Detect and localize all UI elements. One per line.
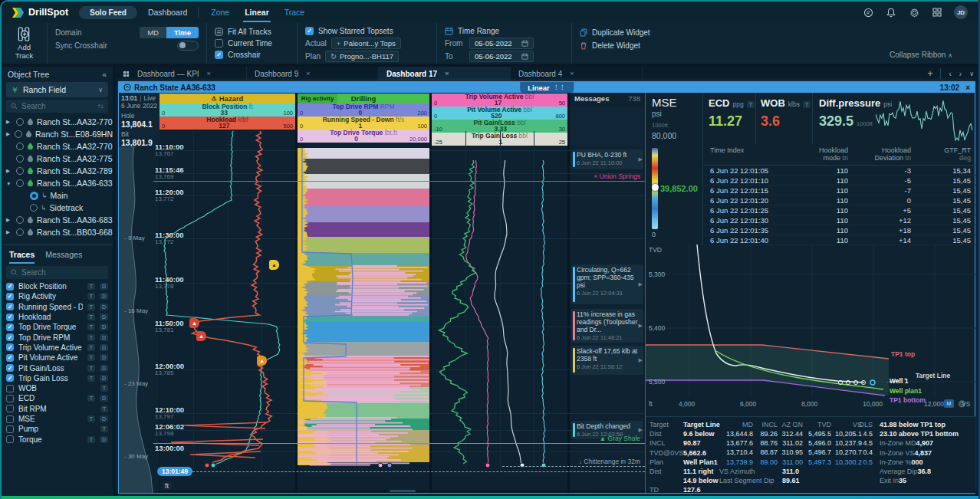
dashboard-tab[interactable]: Dashboard 4× (511, 67, 643, 80)
notifications-bell-icon[interactable] (885, 6, 897, 18)
dashboard-tab[interactable]: Dashboard 17× (379, 67, 511, 80)
trace-list-item[interactable]: ✓Rig ActivityTD (2, 291, 113, 301)
trace-checkbox[interactable]: ✓ (6, 333, 14, 341)
tree-radio[interactable] (16, 167, 24, 175)
message-card[interactable]: Circulating, Q=662 gpm; SPP=360-435 psi6… (571, 264, 643, 304)
tree-radio[interactable] (30, 204, 38, 212)
scroll-tabs-right-icon[interactable]: › (959, 70, 962, 78)
from-date-input[interactable]: 05-05-2022 (469, 38, 534, 49)
scroll-tabs-left-icon[interactable]: ‹ (949, 70, 951, 78)
trace-scope-badge[interactable]: T (87, 344, 95, 351)
trace-list-item[interactable]: ✓Pit Volume ActiveTD (2, 353, 113, 363)
tree-item[interactable]: ▶Ranch St...BB03-668 (2, 226, 113, 238)
horizontal-scrollbar[interactable] (159, 490, 645, 492)
trace-list-item[interactable]: ✓Block PositionTD (2, 281, 113, 291)
dashboard-tab[interactable]: Dashboard 9× (247, 67, 379, 80)
tab-messages[interactable]: Messages (45, 250, 82, 264)
crosshair-option[interactable]: ✓ Crosshair (215, 51, 289, 60)
widget-title-bar[interactable]: Ranch State AA36-633 Linear ⋮⋮ 13:02 × (119, 82, 975, 93)
tree-radio[interactable] (16, 216, 24, 224)
dashboard-tab[interactable]: Dashboard — KPI× (115, 67, 247, 80)
trace-list-item[interactable]: PumpT (2, 424, 113, 434)
trace-list-item[interactable]: ✓Pit Gain/LossTD (2, 363, 113, 373)
trace-scope-badge[interactable]: T (100, 385, 108, 392)
domain-time-option[interactable]: Time (166, 27, 199, 38)
trace-scope-badge[interactable]: T (87, 365, 95, 372)
trace-scope-badge[interactable]: T (87, 323, 95, 330)
delete-widget-button[interactable]: Delete Widget (580, 40, 679, 51)
to-date-input[interactable]: 05-06-2022 (469, 51, 534, 62)
formation-marker-label[interactable]: ↓ Chittenange in 32m (579, 458, 640, 465)
tab-list-chevron-icon[interactable]: ∨ (969, 71, 974, 77)
chevron-right-icon[interactable]: ▶ (6, 217, 13, 223)
close-tab-icon[interactable]: × (445, 70, 449, 77)
dashboard-link[interactable]: Dashboard (148, 8, 187, 17)
trace-list-item[interactable]: ✓Trip Volume ActiveTD (2, 343, 113, 353)
trace-scope-badge[interactable]: D (100, 283, 108, 290)
trace-scope-badge[interactable]: T (87, 314, 95, 320)
user-avatar[interactable]: JD (954, 5, 968, 19)
sync-crosshair-toggle[interactable] (177, 41, 199, 51)
trace-checkbox[interactable]: ✓ (6, 303, 14, 310)
tree-subitem[interactable]: ↳Sidetrack (2, 202, 113, 214)
trace-list-item[interactable]: TorqueTD (2, 434, 113, 444)
solo-feed-button[interactable]: Solo Feed (79, 6, 137, 19)
trace-scope-badge[interactable]: T (87, 334, 95, 341)
formation-marker-label[interactable]: × Union Springs (594, 172, 640, 180)
collapse-ribbon-button[interactable]: Collapse Ribbon ∧ (890, 51, 952, 59)
table-row[interactable]: 6 Jun 22 12:01:05110-315,34 (702, 166, 975, 176)
tree-item[interactable]: Ranch St...AA32-775 (2, 153, 113, 165)
map-mode-icon[interactable]: M (944, 399, 954, 408)
sort-icon[interactable]: ↑↓ (97, 103, 104, 110)
table-row[interactable]: 6 Jun 22 12:01:25110+515,45 (702, 205, 975, 215)
show-starred-checkbox[interactable]: ✓ (305, 27, 314, 35)
apps-grid-icon[interactable] (931, 6, 943, 18)
trace-checkbox[interactable] (6, 405, 14, 412)
kpi-scope-badge[interactable]: T (803, 101, 811, 108)
close-tab-icon[interactable]: × (306, 70, 310, 77)
trace-checkbox[interactable]: ✓ (6, 283, 14, 291)
table-row[interactable]: 6 Jun 22 12:01:10110-515,45 (702, 176, 975, 185)
trace-scope-badge[interactable]: D (100, 375, 108, 382)
trace-scope-badge[interactable]: T (87, 293, 95, 300)
trace-list-item[interactable]: MSETD (2, 414, 113, 424)
add-dashboard-icon[interactable]: + (927, 68, 932, 79)
chevron-right-icon[interactable]: ▶ (6, 131, 12, 137)
trace-checkbox[interactable]: ✓ (6, 354, 14, 362)
settings-gear-icon[interactable] (908, 6, 920, 18)
trace-checkbox[interactable] (6, 395, 14, 402)
trace-scope-badge[interactable]: T (100, 405, 108, 412)
trace-scope-badge[interactable]: D (100, 304, 108, 310)
message-expand-icon[interactable]: ▶ (639, 356, 643, 364)
trace-checkbox[interactable] (6, 385, 14, 392)
trace-scope-badge[interactable]: D (100, 323, 108, 330)
trace-checkbox[interactable]: ✓ (6, 314, 14, 321)
trace-checkbox[interactable]: ✓ (6, 364, 14, 372)
domain-md-option[interactable]: MD (140, 27, 166, 38)
trace-scope-badge[interactable]: T (87, 283, 95, 290)
linear-view-button[interactable]: Linear ⋮⋮ (520, 82, 574, 93)
tree-radio[interactable] (30, 192, 38, 200)
trace-scope-badge[interactable]: T (87, 375, 95, 382)
trace-scope-badge[interactable]: T (87, 354, 95, 361)
table-row[interactable]: 6 Jun 22 12:01:30110+1215,45 (702, 215, 975, 225)
hazard-badge[interactable]: ▲ (257, 356, 267, 366)
tree-item[interactable]: ▼Ranch St...AA36-633 (2, 177, 113, 189)
trace-checkbox[interactable]: ✓ (6, 343, 14, 351)
chevron-right-icon[interactable]: ▶ (6, 168, 13, 174)
tree-radio[interactable] (16, 143, 24, 150)
hazard-badge[interactable]: ▲ (189, 318, 199, 328)
current-time-checkbox[interactable] (215, 39, 223, 48)
tree-item[interactable]: ▶Ranch St...AA32-789 (2, 165, 113, 177)
trace-scope-badge[interactable]: D (100, 334, 108, 341)
close-widget-icon[interactable]: × (965, 84, 970, 92)
fit-all-tracks-option[interactable]: Fit All Tracks (215, 27, 289, 36)
trace-list-item[interactable]: ✓HookloadTD (2, 312, 113, 322)
trace-checkbox[interactable]: ✓ (6, 374, 14, 382)
tree-item[interactable]: ▶Ranch St...E08-69HN (2, 128, 113, 140)
table-column-header[interactable]: Hookloadmode tn (787, 146, 848, 162)
trace-scope-badge[interactable]: T (87, 304, 95, 310)
table-row[interactable]: 6 Jun 22 12:01:35110+1815,45 (702, 225, 975, 235)
chevron-right-icon[interactable]: ▶ (6, 229, 13, 235)
drag-grip-icon[interactable]: ⋮⋮ (554, 84, 566, 90)
